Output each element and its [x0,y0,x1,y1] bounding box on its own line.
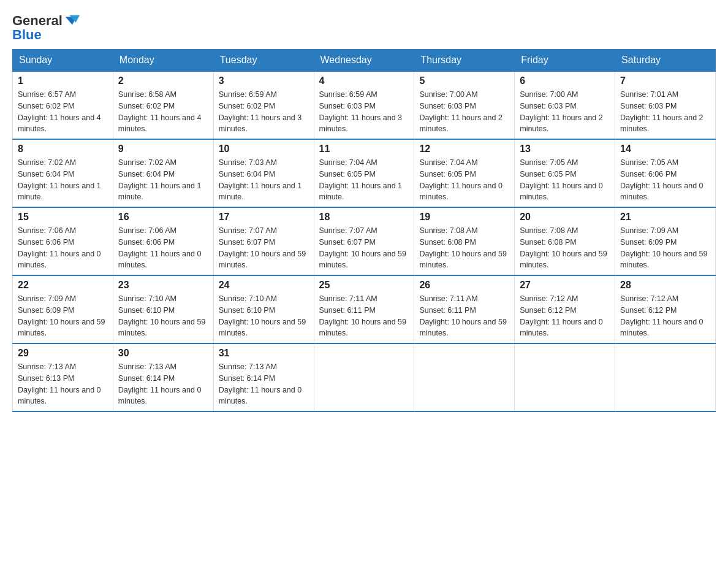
weekday-header-thursday: Thursday [414,50,515,72]
day-number: 21 [620,212,710,223]
calendar-cell [414,343,515,412]
day-number: 25 [319,280,409,291]
day-info: Sunrise: 7:03 AM Sunset: 6:04 PM Dayligh… [219,157,309,203]
day-number: 29 [18,348,108,359]
calendar-cell: 19 Sunrise: 7:08 AM Sunset: 6:08 PM Dayl… [414,207,515,275]
day-number: 18 [319,212,409,223]
day-info: Sunrise: 7:05 AM Sunset: 6:05 PM Dayligh… [520,157,610,203]
day-number: 23 [118,280,208,291]
day-number: 13 [520,144,610,155]
calendar-cell: 15 Sunrise: 7:06 AM Sunset: 6:06 PM Dayl… [13,207,113,275]
day-info: Sunrise: 6:59 AM Sunset: 6:03 PM Dayligh… [319,89,409,135]
day-number: 6 [520,75,610,86]
calendar-cell: 17 Sunrise: 7:07 AM Sunset: 6:07 PM Dayl… [213,207,314,275]
weekday-header-monday: Monday [113,50,213,72]
calendar-cell: 7 Sunrise: 7:01 AM Sunset: 6:03 PM Dayli… [615,71,716,139]
day-info: Sunrise: 7:06 AM Sunset: 6:06 PM Dayligh… [18,225,108,271]
calendar-table: SundayMondayTuesdayWednesdayThursdayFrid… [12,49,716,412]
day-number: 22 [18,280,108,291]
day-info: Sunrise: 7:00 AM Sunset: 6:03 PM Dayligh… [419,89,509,135]
calendar-cell: 24 Sunrise: 7:10 AM Sunset: 6:10 PM Dayl… [213,275,314,343]
calendar-cell: 13 Sunrise: 7:05 AM Sunset: 6:05 PM Dayl… [515,139,615,207]
calendar-cell: 20 Sunrise: 7:08 AM Sunset: 6:08 PM Dayl… [515,207,615,275]
day-number: 24 [219,280,309,291]
calendar-cell: 9 Sunrise: 7:02 AM Sunset: 6:04 PM Dayli… [113,139,213,207]
calendar-cell: 21 Sunrise: 7:09 AM Sunset: 6:09 PM Dayl… [615,207,716,275]
day-number: 3 [219,75,309,86]
day-info: Sunrise: 6:59 AM Sunset: 6:02 PM Dayligh… [219,89,309,135]
day-number: 26 [419,280,509,291]
day-info: Sunrise: 7:04 AM Sunset: 6:05 PM Dayligh… [319,157,409,203]
day-info: Sunrise: 7:02 AM Sunset: 6:04 PM Dayligh… [118,157,208,203]
day-info: Sunrise: 7:09 AM Sunset: 6:09 PM Dayligh… [18,293,108,339]
day-info: Sunrise: 7:05 AM Sunset: 6:06 PM Dayligh… [620,157,710,203]
calendar-cell: 30 Sunrise: 7:13 AM Sunset: 6:14 PM Dayl… [113,343,213,412]
calendar-cell: 8 Sunrise: 7:02 AM Sunset: 6:04 PM Dayli… [13,139,113,207]
day-number: 12 [419,144,509,155]
day-info: Sunrise: 7:10 AM Sunset: 6:10 PM Dayligh… [118,293,208,339]
calendar-cell: 22 Sunrise: 7:09 AM Sunset: 6:09 PM Dayl… [13,275,113,343]
day-number: 27 [520,280,610,291]
calendar-cell: 5 Sunrise: 7:00 AM Sunset: 6:03 PM Dayli… [414,71,515,139]
calendar-cell: 29 Sunrise: 7:13 AM Sunset: 6:13 PM Dayl… [13,343,113,412]
logo-icon [64,12,81,29]
calendar-cell: 12 Sunrise: 7:04 AM Sunset: 6:05 PM Dayl… [414,139,515,207]
day-info: Sunrise: 7:13 AM Sunset: 6:14 PM Dayligh… [118,361,208,407]
page-header: General Blue [12,12,716,43]
day-info: Sunrise: 7:04 AM Sunset: 6:05 PM Dayligh… [419,157,509,203]
calendar-cell: 2 Sunrise: 6:58 AM Sunset: 6:02 PM Dayli… [113,71,213,139]
day-info: Sunrise: 7:08 AM Sunset: 6:08 PM Dayligh… [419,225,509,271]
day-number: 5 [419,75,509,86]
weekday-header-wednesday: Wednesday [314,50,414,72]
calendar-cell: 26 Sunrise: 7:11 AM Sunset: 6:11 PM Dayl… [414,275,515,343]
day-number: 28 [620,280,710,291]
day-number: 7 [620,75,710,86]
day-number: 16 [118,212,208,223]
calendar-cell: 23 Sunrise: 7:10 AM Sunset: 6:10 PM Dayl… [113,275,213,343]
day-number: 30 [118,348,208,359]
day-number: 19 [419,212,509,223]
calendar-cell: 3 Sunrise: 6:59 AM Sunset: 6:02 PM Dayli… [213,71,314,139]
day-number: 9 [118,144,208,155]
day-number: 4 [319,75,409,86]
calendar-cell [615,343,716,412]
day-info: Sunrise: 7:00 AM Sunset: 6:03 PM Dayligh… [520,89,610,135]
day-number: 1 [18,75,108,86]
day-number: 20 [520,212,610,223]
day-info: Sunrise: 7:12 AM Sunset: 6:12 PM Dayligh… [620,293,710,339]
calendar-cell: 4 Sunrise: 6:59 AM Sunset: 6:03 PM Dayli… [314,71,414,139]
calendar-cell: 18 Sunrise: 7:07 AM Sunset: 6:07 PM Dayl… [314,207,414,275]
day-number: 8 [18,144,108,155]
day-info: Sunrise: 6:58 AM Sunset: 6:02 PM Dayligh… [118,89,208,135]
day-info: Sunrise: 7:11 AM Sunset: 6:11 PM Dayligh… [319,293,409,339]
day-info: Sunrise: 7:07 AM Sunset: 6:07 PM Dayligh… [319,225,409,271]
day-info: Sunrise: 7:08 AM Sunset: 6:08 PM Dayligh… [520,225,610,271]
day-info: Sunrise: 7:10 AM Sunset: 6:10 PM Dayligh… [219,293,309,339]
day-number: 2 [118,75,208,86]
week-row-3: 15 Sunrise: 7:06 AM Sunset: 6:06 PM Dayl… [13,207,716,275]
weekday-header-sunday: Sunday [13,50,113,72]
calendar-cell: 11 Sunrise: 7:04 AM Sunset: 6:05 PM Dayl… [314,139,414,207]
day-number: 15 [18,212,108,223]
day-info: Sunrise: 7:12 AM Sunset: 6:12 PM Dayligh… [520,293,610,339]
calendar-cell: 10 Sunrise: 7:03 AM Sunset: 6:04 PM Dayl… [213,139,314,207]
week-row-1: 1 Sunrise: 6:57 AM Sunset: 6:02 PM Dayli… [13,71,716,139]
day-info: Sunrise: 7:13 AM Sunset: 6:14 PM Dayligh… [219,361,309,407]
day-info: Sunrise: 7:06 AM Sunset: 6:06 PM Dayligh… [118,225,208,271]
day-number: 11 [319,144,409,155]
week-row-4: 22 Sunrise: 7:09 AM Sunset: 6:09 PM Dayl… [13,275,716,343]
day-info: Sunrise: 6:57 AM Sunset: 6:02 PM Dayligh… [18,89,108,135]
calendar-cell: 25 Sunrise: 7:11 AM Sunset: 6:11 PM Dayl… [314,275,414,343]
weekday-header-tuesday: Tuesday [213,50,314,72]
calendar-cell: 27 Sunrise: 7:12 AM Sunset: 6:12 PM Dayl… [515,275,615,343]
calendar-cell: 1 Sunrise: 6:57 AM Sunset: 6:02 PM Dayli… [13,71,113,139]
day-info: Sunrise: 7:09 AM Sunset: 6:09 PM Dayligh… [620,225,710,271]
day-number: 10 [219,144,309,155]
day-info: Sunrise: 7:02 AM Sunset: 6:04 PM Dayligh… [18,157,108,203]
week-row-2: 8 Sunrise: 7:02 AM Sunset: 6:04 PM Dayli… [13,139,716,207]
day-number: 17 [219,212,309,223]
day-number: 14 [620,144,710,155]
week-row-5: 29 Sunrise: 7:13 AM Sunset: 6:13 PM Dayl… [13,343,716,412]
calendar-cell [314,343,414,412]
weekday-header-friday: Friday [515,50,615,72]
